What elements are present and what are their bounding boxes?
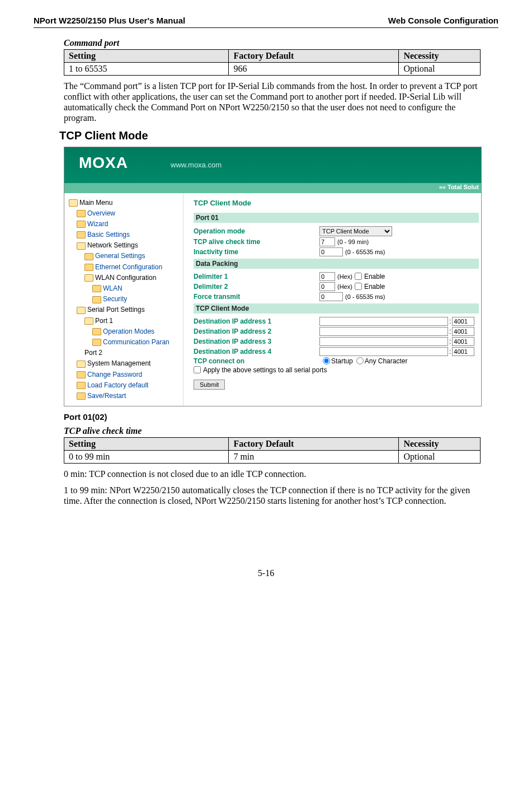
- folder-icon: [92, 339, 101, 346]
- screenshot-banner: MOXA www.moxa.com: [64, 147, 481, 183]
- folder-icon: [92, 285, 101, 292]
- tree-comm-params[interactable]: Communication Paran: [92, 337, 181, 348]
- band-port01: Port 01: [194, 213, 479, 223]
- tree-overview[interactable]: Overview: [77, 208, 181, 219]
- input-dest-port4[interactable]: [452, 347, 474, 356]
- folder-icon: [77, 392, 86, 400]
- input-dest-ip1[interactable]: [319, 317, 448, 326]
- para-0min: 0 min: TCP connection is not closed due …: [64, 469, 481, 480]
- select-op-mode[interactable]: TCP Client Mode: [319, 226, 392, 236]
- td-default: 966: [229, 63, 399, 76]
- folder-icon: [92, 328, 101, 335]
- input-dest-ip3[interactable]: [319, 337, 448, 346]
- submit-button[interactable]: Submit: [194, 380, 225, 390]
- moxa-logo: MOXA: [79, 154, 128, 172]
- form-panel: TCP Client Mode Port 01 Operation mode T…: [183, 193, 481, 406]
- banner-strip: »» Total Solut: [64, 183, 481, 193]
- logo-url: www.moxa.com: [171, 161, 222, 169]
- td2-default: 7 min: [229, 451, 399, 464]
- folder-open-icon: [84, 274, 93, 282]
- th2-default: Factory Default: [229, 438, 399, 451]
- label-connect-on: TCP connect on: [194, 357, 319, 365]
- label-dest2: Destination IP address 2: [194, 328, 319, 335]
- checkbox-enable2[interactable]: [355, 283, 362, 290]
- header-left: NPort W2250/2150 Plus User's Manual: [34, 16, 185, 25]
- label-startup: Startup: [331, 357, 353, 365]
- input-delim2[interactable]: [319, 282, 335, 291]
- para-1to99: 1 to 99 min: NPort W2250/2150 automatica…: [64, 485, 481, 507]
- input-dest-port3[interactable]: [452, 337, 474, 346]
- tree-operation-modes[interactable]: Operation Modes: [92, 326, 181, 337]
- label-enable2: Enable: [364, 283, 385, 291]
- label-op-mode: Operation mode: [194, 227, 319, 235]
- folder-open-icon: [84, 317, 93, 325]
- checkbox-apply-all[interactable]: [194, 366, 201, 373]
- input-dest-port1[interactable]: [452, 317, 474, 326]
- label-delim1: Delimiter 1: [194, 273, 319, 280]
- td-setting: 1 to 65535: [64, 63, 229, 76]
- th2-setting: Setting: [64, 438, 229, 451]
- folder-open-icon: [77, 307, 86, 314]
- folder-icon: [77, 382, 86, 389]
- td2-setting: 0 to 99 min: [64, 451, 229, 464]
- hint-inactivity: (0 - 65535 ms): [345, 249, 385, 255]
- port-0102-heading: Port 01(02): [64, 412, 498, 422]
- radio-startup[interactable]: [323, 357, 330, 364]
- radio-any-char[interactable]: [356, 357, 364, 364]
- logo-text: MOXA: [79, 154, 128, 171]
- form-title: TCP Client Mode: [194, 199, 479, 207]
- tree-basic-settings[interactable]: Basic Settings: [77, 230, 181, 240]
- page-header: NPort W2250/2150 Plus User's Manual Web …: [34, 16, 498, 28]
- input-delim1[interactable]: [319, 272, 335, 281]
- tree-load-factory[interactable]: Load Factory default: [77, 380, 181, 391]
- label-force-transmit: Force transmit: [194, 293, 319, 301]
- tree-wizard[interactable]: Wizard: [77, 219, 181, 230]
- header-right: Web Console Configuration: [388, 16, 498, 25]
- tree-security[interactable]: Security: [92, 294, 181, 305]
- tree-network-settings[interactable]: Network Settings: [77, 240, 181, 251]
- input-dest-ip4[interactable]: [319, 347, 448, 356]
- folder-icon: [77, 210, 86, 217]
- hint-hex2: (Hex): [337, 283, 352, 290]
- input-dest-port2[interactable]: [452, 327, 474, 336]
- input-alive[interactable]: [319, 237, 335, 246]
- th-setting: Setting: [64, 50, 229, 63]
- tree-port2[interactable]: Port 2: [84, 348, 181, 358]
- folder-icon: [77, 221, 86, 228]
- input-inactivity[interactable]: [319, 247, 343, 256]
- folder-open-icon: [69, 199, 78, 207]
- checkbox-enable1[interactable]: [355, 273, 362, 280]
- tree-general-settings[interactable]: General Settings: [84, 251, 181, 261]
- label-any-char: Any Character: [365, 357, 408, 365]
- th2-necessity: Necessity: [399, 438, 481, 451]
- label-inactivity: Inactivity time: [194, 248, 319, 256]
- folder-icon: [84, 264, 93, 271]
- folder-icon: [84, 253, 93, 260]
- tree-serial-port-settings[interactable]: Serial Port Settings: [77, 305, 181, 315]
- th-necessity: Necessity: [399, 50, 481, 63]
- td2-necessity: Optional: [399, 451, 481, 464]
- page-number: 5-16: [34, 568, 498, 578]
- tree-save-restart[interactable]: Save/Restart: [77, 391, 181, 401]
- label-delim2: Delimiter 2: [194, 283, 319, 291]
- input-dest-ip2[interactable]: [319, 327, 448, 336]
- band-data-packing: Data Packing: [194, 259, 479, 269]
- th-default: Factory Default: [229, 50, 399, 63]
- folder-icon: [77, 231, 86, 238]
- tree-change-password[interactable]: Change Password: [77, 369, 181, 380]
- tcp-client-mode-heading: TCP Client Mode: [59, 129, 498, 142]
- config-screenshot: MOXA www.moxa.com »» Total Solut Main Me…: [64, 147, 482, 407]
- nav-tree: Main Menu Overview Wizard Basic Settings…: [64, 193, 183, 406]
- tree-port1[interactable]: Port 1: [84, 316, 181, 326]
- tree-root[interactable]: Main Menu: [69, 198, 181, 208]
- tree-wlan-config[interactable]: WLAN Configuration: [84, 273, 181, 283]
- table1-caption: Command port: [64, 38, 498, 48]
- folder-open-icon: [77, 361, 86, 368]
- tree-ethernet-config[interactable]: Ethernet Configuration: [84, 262, 181, 273]
- command-port-description: The “Command port” is a listen TCP port …: [64, 81, 481, 124]
- input-force-transmit[interactable]: [319, 292, 343, 301]
- tree-wlan[interactable]: WLAN: [92, 283, 181, 294]
- tree-system-management[interactable]: System Management: [77, 358, 181, 369]
- tcp-alive-table: Setting Factory Default Necessity 0 to 9…: [64, 437, 481, 464]
- hint-alive: (0 - 99 min): [337, 238, 369, 245]
